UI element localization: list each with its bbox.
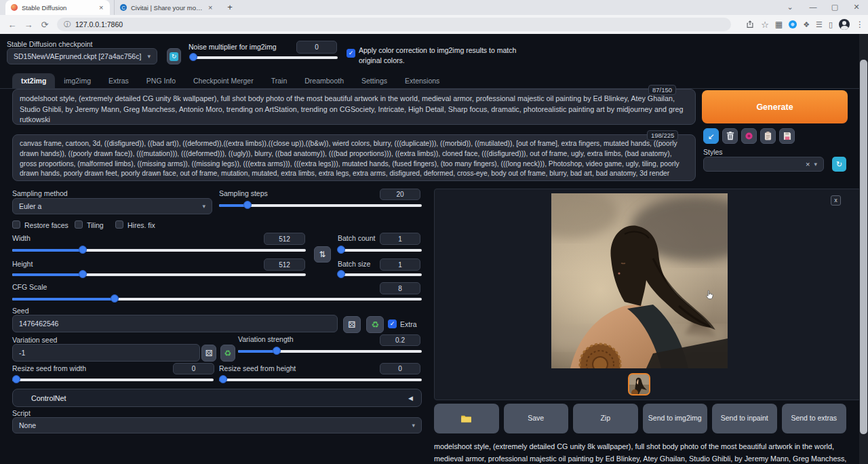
checkpoint-dropdown[interactable]: SD15NewVAEpruned.ckpt [27a4ac756c] ▾	[7, 48, 157, 64]
resize-seed-height-value[interactable]: 0	[380, 363, 420, 374]
extensions-puzzle-icon[interactable]: ❖	[803, 20, 810, 29]
gallery-thumbnail[interactable]	[628, 373, 650, 395]
tiling-checkbox[interactable]	[75, 220, 83, 229]
batch-size-value[interactable]: 1	[380, 258, 420, 271]
forward-icon[interactable]: →	[20, 20, 37, 30]
width-value[interactable]: 512	[264, 233, 305, 245]
window-minimize-button[interactable]: —	[803, 0, 823, 15]
window-chevron-icon[interactable]: ⌄	[780, 0, 800, 15]
send-to-inpaint-button[interactable]: Send to inpaint	[712, 404, 777, 433]
negative-token-counter: 198/225	[647, 130, 678, 140]
prompt-textarea[interactable]: modelshoot style, (extremely detailed CG…	[12, 89, 696, 125]
sampling-method-dropdown[interactable]: Euler a ▾	[12, 198, 212, 214]
cfg-scale-value[interactable]: 8	[380, 282, 420, 294]
address-bar[interactable]: ⓘ 127.0.0.1:7860	[57, 18, 731, 31]
extra-seed-checkbox[interactable]: ✓	[388, 320, 397, 328]
variation-seed-input[interactable]	[12, 344, 200, 362]
hires-fix-label: Hires. fix	[127, 221, 155, 229]
styles-dropdown[interactable]: × ▾	[703, 157, 824, 172]
noise-multiplier-value[interactable]: 0	[296, 41, 337, 54]
color-correction-label: Apply color correction to img2img result…	[359, 45, 520, 65]
restore-faces-checkbox[interactable]	[12, 220, 20, 229]
resize-seed-width-slider[interactable]	[12, 375, 214, 383]
browser-tab-stable-diffusion[interactable]: Stable Diffusion ×	[5, 0, 110, 15]
refresh-styles-button[interactable]: ↻	[832, 157, 846, 172]
hand-cursor	[704, 289, 716, 301]
random-seed-button[interactable]: ⚄	[343, 316, 361, 333]
width-slider[interactable]	[12, 246, 306, 254]
tab-close-icon[interactable]: ×	[99, 3, 103, 12]
extension-blue-icon[interactable]	[789, 20, 797, 28]
new-tab-button[interactable]: +	[224, 2, 235, 13]
tab-png-info[interactable]: PNG Info	[138, 73, 184, 88]
side-panel-icon[interactable]: ▯	[829, 20, 833, 29]
tab-dreambooth[interactable]: Dreambooth	[296, 73, 353, 88]
variation-seed-label: Variation seed	[12, 336, 57, 344]
batch-count-slider[interactable]	[338, 246, 422, 254]
color-correction-checkbox[interactable]: ✓	[347, 49, 355, 58]
stable-diffusion-favicon	[11, 4, 18, 11]
paste-params-button[interactable]: ↙	[703, 128, 719, 144]
sampling-steps-slider[interactable]	[219, 201, 422, 209]
profile-avatar[interactable]	[839, 19, 850, 30]
controlnet-accordion[interactable]: ControlNet ◀	[12, 389, 422, 407]
tab-img2img[interactable]: img2img	[55, 73, 100, 88]
save-button[interactable]: Save	[504, 404, 569, 433]
tab-txt2img[interactable]: txt2img	[12, 73, 55, 88]
share-icon[interactable]	[745, 20, 755, 29]
generated-image[interactable]	[551, 193, 728, 368]
tab-extras[interactable]: Extras	[100, 73, 138, 88]
window-maximize-button[interactable]: ▢	[825, 0, 845, 15]
open-folder-button[interactable]	[434, 404, 499, 433]
gallery-close-button[interactable]: x	[831, 195, 841, 206]
back-icon[interactable]: ←	[4, 20, 20, 30]
batch-count-label: Batch count	[338, 234, 375, 242]
save-style-button[interactable]	[779, 128, 795, 144]
send-to-img2img-button[interactable]: Send to img2img	[643, 404, 708, 433]
reuse-seed-button[interactable]: ♻	[366, 316, 384, 333]
batch-size-label: Batch size	[338, 260, 370, 268]
variation-strength-value[interactable]: 0.2	[380, 334, 420, 346]
random-variation-seed-button[interactable]: ⚄	[201, 345, 216, 362]
browser-tab-civitai[interactable]: C Civitai | Share your models ×	[114, 0, 218, 15]
extra-networks-button[interactable]	[741, 128, 757, 144]
batch-size-slider[interactable]	[338, 270, 422, 278]
tab-settings[interactable]: Settings	[353, 73, 396, 88]
swap-dimensions-button[interactable]: ⇅	[314, 246, 331, 263]
batch-count-value[interactable]: 1	[380, 233, 420, 245]
sampling-steps-value[interactable]: 20	[380, 189, 420, 200]
height-value[interactable]: 512	[264, 258, 305, 271]
height-slider[interactable]	[12, 270, 306, 278]
noise-multiplier-slider[interactable]	[191, 53, 338, 61]
resize-seed-width-value[interactable]: 0	[173, 363, 214, 374]
window-close-button[interactable]: ✕	[846, 0, 867, 15]
seed-input[interactable]	[12, 315, 338, 332]
tab-train[interactable]: Train	[262, 73, 296, 88]
resize-seed-height-label: Resize seed from height	[219, 364, 296, 372]
tab-close-icon[interactable]: ×	[208, 3, 212, 12]
script-dropdown[interactable]: None ▾	[12, 417, 422, 433]
tab-checkpoint-merger[interactable]: Checkpoint Merger	[184, 73, 262, 88]
reuse-variation-seed-button[interactable]: ♻	[220, 345, 235, 362]
apply-style-button[interactable]	[760, 128, 776, 144]
site-info-icon[interactable]: ⓘ	[64, 20, 71, 29]
negative-prompt-textarea[interactable]: canvas frame, cartoon, 3d, ((disfigured)…	[12, 134, 696, 181]
bookmark-star-icon[interactable]: ☆	[761, 20, 769, 30]
zip-button[interactable]: Zip	[573, 404, 638, 433]
reading-list-icon[interactable]: ☰	[816, 20, 823, 29]
clear-prompt-button[interactable]	[722, 128, 738, 144]
page-scrollbar-thumb[interactable]	[860, 60, 867, 434]
refresh-checkpoints-button[interactable]: ↻	[167, 48, 181, 64]
generate-button[interactable]: Generate	[702, 90, 848, 123]
menu-kebab-icon[interactable]: ⋮	[856, 20, 864, 29]
tab-extensions[interactable]: Extensions	[396, 73, 448, 88]
reload-icon[interactable]: ⟳	[37, 20, 53, 30]
apps-grid-icon[interactable]: ▦	[775, 20, 783, 29]
send-to-extras-button[interactable]: Send to extras	[782, 404, 847, 433]
resize-seed-height-slider[interactable]	[219, 375, 422, 383]
save-style-icon	[783, 132, 791, 140]
variation-strength-slider[interactable]	[238, 347, 422, 355]
hires-fix-checkbox[interactable]	[115, 220, 123, 229]
cfg-scale-slider[interactable]	[12, 294, 422, 303]
styles-clear-icon[interactable]: ×	[806, 160, 810, 168]
